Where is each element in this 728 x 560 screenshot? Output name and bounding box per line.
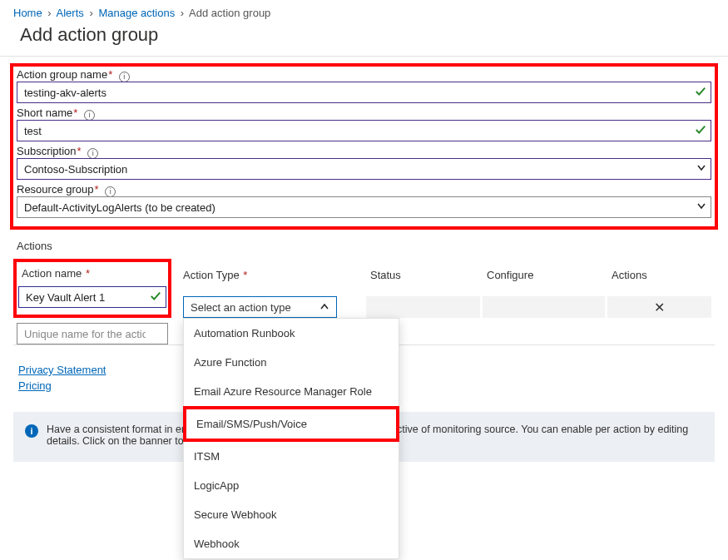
breadcrumb-manage-actions[interactable]: Manage actions <box>98 7 175 19</box>
breadcrumb-home[interactable]: Home <box>13 7 42 19</box>
chevron-up-icon <box>319 302 329 312</box>
option-email-arm-role[interactable]: Email Azure Resource Manager Role <box>184 377 399 406</box>
col-action-type: Action Type * Select an action type Auto… <box>180 259 367 345</box>
option-secure-webhook[interactable]: Secure Webhook <box>184 500 399 529</box>
option-webhook[interactable]: Webhook <box>184 529 399 558</box>
option-logicapp[interactable]: LogicApp <box>184 471 399 500</box>
option-azure-function[interactable]: Azure Function <box>184 348 399 377</box>
action-name-input[interactable] <box>18 286 166 308</box>
highlight-main-fields: Action group name* i Short name* i Subsc… <box>10 63 718 230</box>
subscription-label: Subscription* i <box>17 145 98 157</box>
col-action-name: Action name * <box>13 259 180 345</box>
option-email-sms-push-voice[interactable]: Email/SMS/Push/Voice <box>183 406 399 442</box>
highlight-action-name: Action name * <box>13 259 171 318</box>
option-itsm[interactable]: ITSM <box>184 442 399 471</box>
short-name-label: Short name* i <box>17 107 95 119</box>
action-group-name-label: Action group name* i <box>17 68 130 81</box>
resource-group-select[interactable] <box>17 196 711 218</box>
action-type-select[interactable]: Select an action type <box>183 296 337 318</box>
resource-group-label: Resource group* i <box>17 183 116 196</box>
col-configure: Configure <box>483 259 608 345</box>
chevron-right-icon: › <box>89 7 92 19</box>
delete-row-button[interactable]: ✕ <box>654 300 665 315</box>
action-type-dropdown: Automation Runbook Azure Function Email … <box>183 318 399 559</box>
subscription-select[interactable] <box>17 158 711 180</box>
short-name-input[interactable] <box>17 120 711 141</box>
col-actions: Actions ✕ <box>608 259 715 345</box>
actions-table: Action name * Action Type * Select <box>13 259 715 345</box>
check-icon <box>695 124 706 138</box>
breadcrumb-current: Add action group <box>189 7 270 19</box>
actions-section-label: Actions <box>7 235 721 259</box>
chevron-right-icon: › <box>47 7 51 19</box>
breadcrumb: Home › Alerts › Manage actions › Add act… <box>0 0 728 22</box>
option-automation-runbook[interactable]: Automation Runbook <box>184 319 399 348</box>
page-title: Add action group <box>0 22 728 56</box>
check-icon <box>150 290 161 305</box>
breadcrumb-alerts[interactable]: Alerts <box>57 7 84 19</box>
chevron-right-icon: › <box>181 7 184 19</box>
action-name-input-new[interactable] <box>17 323 168 344</box>
action-group-name-input[interactable] <box>17 82 711 103</box>
check-icon <box>695 86 706 100</box>
info-icon: i <box>25 424 38 438</box>
